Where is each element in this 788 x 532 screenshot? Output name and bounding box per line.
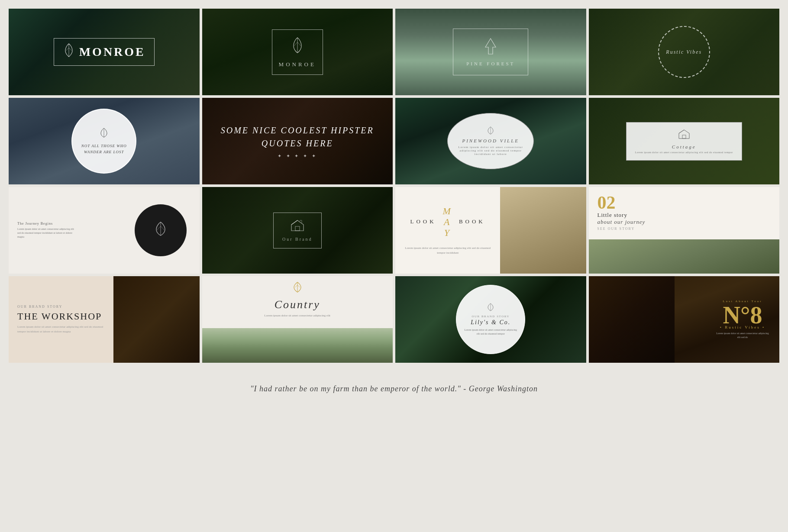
cottage-icon — [678, 129, 690, 142]
may-letter-y: Y — [444, 227, 451, 238]
country-leaf-icon — [293, 281, 302, 296]
card-our-brand[interactable]: Our Brand — [202, 187, 393, 274]
card-hipster[interactable]: Some nice coolest hipster quotes here ✦ … — [202, 98, 393, 184]
workshop-title: THE WORKSHOP — [17, 311, 104, 322]
no8-tools-image — [589, 276, 675, 363]
brand-house-icon — [291, 219, 304, 235]
no8-rustic: • Rustic Vibes • — [714, 325, 771, 329]
workshop-sub: Lorem ipsum dolor sit amet consectetur a… — [17, 325, 104, 334]
leaf-icon-1 — [63, 43, 75, 61]
lookbook-book: BOOK — [459, 218, 485, 225]
card-pine-forest[interactable]: PINE FOREST — [395, 9, 586, 95]
photo-grid: MONROE MONROE — [0, 0, 788, 371]
brand-text: Our Brand — [282, 237, 313, 242]
card-lilys[interactable]: Our Brand Story Lily's & Co. Lorem ipsum… — [395, 276, 586, 363]
quote-section: "I had rather be on my farm than be empe… — [0, 371, 788, 406]
story-landscape-image — [589, 239, 780, 274]
pinewood-title: Pinewood Ville — [462, 138, 519, 143]
card-country[interactable]: Country Lorem ipsum dolor sit amet conse… — [202, 276, 393, 363]
card-rustic-vibes[interactable]: Rustic Vibes — [589, 9, 780, 95]
story-title: Little story — [597, 212, 771, 219]
pinewood-leaf-icon — [487, 126, 494, 137]
wander-leaf-icon — [100, 127, 108, 141]
lilys-label: Our Brand Story — [472, 315, 510, 318]
monroe-title-1: MONROE — [79, 45, 145, 59]
pine-icon — [484, 38, 497, 58]
card-cottage[interactable]: Cottage Lorem ipsum dolor sit amet conse… — [589, 98, 780, 184]
no8-number: N°8 — [714, 303, 771, 327]
hipster-title: Some nice coolest hipster quotes here — [202, 124, 393, 150]
country-title: Country — [275, 298, 320, 311]
card-journey[interactable]: The Journey Begins Lorem ipsum dolor sit… — [9, 187, 200, 274]
card-no8[interactable]: Lost About Tour N°8 • Rustic Vibes • Lor… — [589, 276, 780, 363]
journey-text: Lorem ipsum dolor sit amet consectetur a… — [17, 227, 78, 239]
svg-rect-4 — [682, 135, 686, 139]
lilys-sub: Lorem ipsum dolor sit amet consectetur a… — [456, 328, 525, 336]
card-wander[interactable]: Not all those who wander are lost — [9, 98, 200, 184]
card-pinewood[interactable]: Pinewood Ville Lorem ipsum dolor sit ame… — [395, 98, 586, 184]
card-workshop[interactable]: Our Brand Story THE WORKSHOP Lorem ipsum… — [9, 276, 200, 363]
lookbook-person-image — [500, 187, 586, 274]
journey-title: The Journey Begins — [17, 222, 78, 226]
card-story[interactable]: 02 Little story about our journey SEE OU… — [589, 187, 780, 274]
journey-leaf-icon — [154, 221, 167, 240]
story-title2: about our journey — [597, 219, 771, 226]
country-sub: Lorem ipsum dolor sit amet consectetur a… — [264, 313, 330, 318]
monroe-title-2: MONROE — [279, 61, 316, 68]
rustic-text: Rustic Vibes — [666, 49, 702, 55]
card-monroe-corn[interactable]: MONROE — [202, 9, 393, 95]
svg-rect-6 — [295, 226, 300, 231]
cottage-title: Cottage — [672, 144, 696, 149]
leaf-icon-2 — [291, 36, 304, 58]
cottage-sub: Lorem ipsum dolor sit amet consectetur a… — [635, 151, 733, 154]
card-monroe-dark[interactable]: MONROE — [9, 9, 200, 95]
hipster-deco: ✦ ✦ ✦ ✦ ✦ — [278, 153, 317, 159]
story-number: 02 — [597, 193, 616, 212]
lilys-leaf-icon — [487, 303, 494, 313]
country-landscape-image — [202, 328, 393, 363]
story-sub: SEE OUR STORY — [597, 227, 771, 231]
card-lookbook[interactable]: LOOK M A Y BOOK Lorem ipsum dolor sit am… — [395, 187, 586, 274]
lookbook-sub: Lorem ipsum dolor sit amet consectetur a… — [404, 246, 491, 255]
workshop-tools-image — [113, 276, 199, 363]
pinewood-sub: Lorem ipsum dolor sit amet consectetur a… — [448, 145, 533, 156]
lookbook-look: LOOK — [410, 218, 436, 225]
pine-title: PINE FOREST — [466, 61, 515, 66]
may-letter-a: A — [444, 216, 451, 227]
lilys-title: Lily's & Co. — [471, 319, 510, 326]
may-letter-m: M — [443, 206, 452, 216]
wander-text: Not all those who wander are lost — [81, 143, 127, 155]
no8-sub: Lorem ipsum dolor sit amet consectetur a… — [714, 332, 771, 339]
quote-text: "I had rather be on my farm than be empe… — [250, 384, 538, 393]
workshop-label: Our Brand Story — [17, 305, 104, 309]
